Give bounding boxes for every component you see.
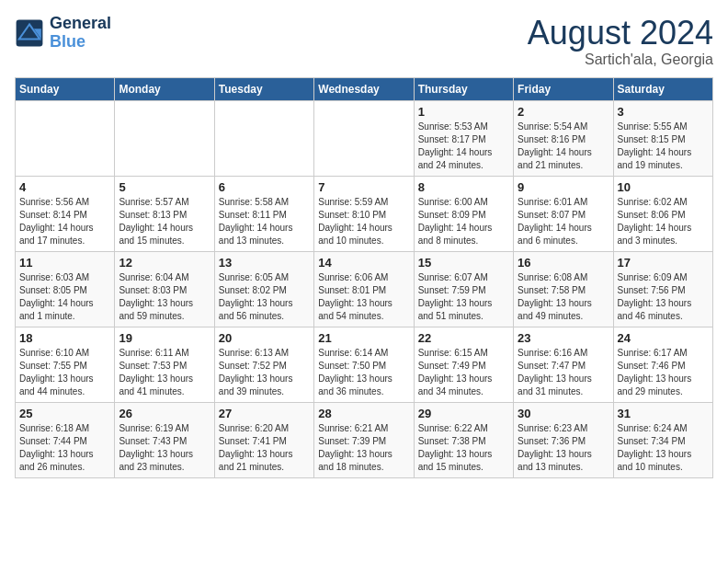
calendar-cell: 3Sunrise: 5:55 AM Sunset: 8:15 PM Daylig…	[613, 100, 712, 176]
day-number: 16	[518, 256, 609, 270]
day-info: Sunrise: 5:54 AM Sunset: 8:16 PM Dayligh…	[518, 121, 609, 172]
weekday-row: SundayMondayTuesdayWednesdayThursdayFrid…	[16, 77, 713, 100]
logo-icon	[15, 18, 44, 48]
day-info: Sunrise: 6:04 AM Sunset: 8:03 PM Dayligh…	[119, 271, 210, 323]
day-number: 6	[219, 180, 310, 194]
day-info: Sunrise: 5:55 AM Sunset: 8:15 PM Dayligh…	[618, 121, 709, 172]
location-subtitle: Sartich'ala, Georgia	[528, 52, 713, 68]
calendar-cell: 13Sunrise: 6:05 AM Sunset: 8:02 PM Dayli…	[214, 251, 313, 327]
calendar-week-5: 25Sunrise: 6:18 AM Sunset: 7:44 PM Dayli…	[16, 402, 713, 477]
day-info: Sunrise: 6:02 AM Sunset: 8:06 PM Dayligh…	[618, 196, 709, 247]
day-number: 9	[518, 180, 609, 194]
day-number: 1	[418, 105, 509, 119]
day-number: 24	[618, 331, 709, 345]
logo: General Blue	[15, 15, 111, 52]
calendar-cell: 4Sunrise: 5:56 AM Sunset: 8:14 PM Daylig…	[16, 176, 115, 251]
weekday-header-monday: Monday	[115, 77, 214, 100]
calendar-cell: 18Sunrise: 6:10 AM Sunset: 7:55 PM Dayli…	[16, 327, 115, 402]
day-info: Sunrise: 6:22 AM Sunset: 7:38 PM Dayligh…	[418, 422, 509, 474]
calendar-cell	[314, 100, 414, 176]
calendar-week-3: 11Sunrise: 6:03 AM Sunset: 8:05 PM Dayli…	[16, 251, 713, 327]
calendar-cell: 2Sunrise: 5:54 AM Sunset: 8:16 PM Daylig…	[514, 100, 613, 176]
day-info: Sunrise: 6:09 AM Sunset: 7:56 PM Dayligh…	[618, 271, 709, 323]
calendar-cell: 26Sunrise: 6:19 AM Sunset: 7:43 PM Dayli…	[115, 402, 214, 477]
day-info: Sunrise: 6:24 AM Sunset: 7:34 PM Dayligh…	[618, 422, 709, 474]
calendar-cell: 12Sunrise: 6:04 AM Sunset: 8:03 PM Dayli…	[115, 251, 214, 327]
day-info: Sunrise: 5:57 AM Sunset: 8:13 PM Dayligh…	[119, 196, 210, 247]
calendar-cell	[16, 100, 115, 176]
calendar-header: SundayMondayTuesdayWednesdayThursdayFrid…	[16, 77, 713, 100]
calendar-cell: 15Sunrise: 6:07 AM Sunset: 7:59 PM Dayli…	[414, 251, 513, 327]
calendar-week-4: 18Sunrise: 6:10 AM Sunset: 7:55 PM Dayli…	[16, 327, 713, 402]
day-number: 13	[219, 256, 310, 270]
calendar-cell: 29Sunrise: 6:22 AM Sunset: 7:38 PM Dayli…	[414, 402, 513, 477]
day-number: 22	[418, 331, 509, 345]
page-header: General Blue August 2024 Sartich'ala, Ge…	[15, 15, 713, 68]
day-number: 21	[318, 331, 409, 345]
calendar-cell: 14Sunrise: 6:06 AM Sunset: 8:01 PM Dayli…	[314, 251, 414, 327]
calendar-cell: 8Sunrise: 6:00 AM Sunset: 8:09 PM Daylig…	[414, 176, 513, 251]
calendar-week-1: 1Sunrise: 5:53 AM Sunset: 8:17 PM Daylig…	[16, 100, 713, 176]
day-number: 15	[418, 256, 509, 270]
calendar-cell: 31Sunrise: 6:24 AM Sunset: 7:34 PM Dayli…	[613, 402, 712, 477]
day-number: 4	[19, 180, 110, 194]
day-info: Sunrise: 6:14 AM Sunset: 7:50 PM Dayligh…	[318, 347, 409, 398]
day-info: Sunrise: 5:59 AM Sunset: 8:10 PM Dayligh…	[318, 196, 409, 247]
day-number: 28	[318, 407, 409, 420]
calendar-cell: 16Sunrise: 6:08 AM Sunset: 7:58 PM Dayli…	[514, 251, 613, 327]
day-number: 5	[119, 180, 210, 194]
day-info: Sunrise: 6:20 AM Sunset: 7:41 PM Dayligh…	[219, 422, 310, 474]
calendar-cell: 7Sunrise: 5:59 AM Sunset: 8:10 PM Daylig…	[314, 176, 414, 251]
day-number: 26	[119, 407, 210, 420]
calendar-cell: 27Sunrise: 6:20 AM Sunset: 7:41 PM Dayli…	[214, 402, 313, 477]
calendar-cell: 6Sunrise: 5:58 AM Sunset: 8:11 PM Daylig…	[214, 176, 313, 251]
day-number: 19	[119, 331, 210, 345]
weekday-header-thursday: Thursday	[414, 77, 513, 100]
calendar-cell: 28Sunrise: 6:21 AM Sunset: 7:39 PM Dayli…	[314, 402, 414, 477]
day-info: Sunrise: 6:18 AM Sunset: 7:44 PM Dayligh…	[19, 422, 110, 474]
day-number: 8	[418, 180, 509, 194]
calendar-body: 1Sunrise: 5:53 AM Sunset: 8:17 PM Daylig…	[16, 100, 713, 477]
day-info: Sunrise: 6:15 AM Sunset: 7:49 PM Dayligh…	[418, 347, 509, 398]
weekday-header-friday: Friday	[514, 77, 613, 100]
calendar-week-2: 4Sunrise: 5:56 AM Sunset: 8:14 PM Daylig…	[16, 176, 713, 251]
calendar-cell	[214, 100, 313, 176]
weekday-header-wednesday: Wednesday	[314, 77, 414, 100]
weekday-header-sunday: Sunday	[16, 77, 115, 100]
day-number: 30	[518, 407, 609, 420]
calendar-cell: 23Sunrise: 6:16 AM Sunset: 7:47 PM Dayli…	[514, 327, 613, 402]
day-number: 3	[618, 105, 709, 119]
day-number: 29	[418, 407, 509, 420]
day-number: 23	[518, 331, 609, 345]
day-number: 10	[618, 180, 709, 194]
calendar-cell: 11Sunrise: 6:03 AM Sunset: 8:05 PM Dayli…	[16, 251, 115, 327]
day-number: 11	[19, 256, 110, 270]
day-info: Sunrise: 6:17 AM Sunset: 7:46 PM Dayligh…	[618, 347, 709, 398]
day-number: 18	[19, 331, 110, 345]
title-block: August 2024 Sartich'ala, Georgia	[528, 15, 713, 68]
day-number: 31	[618, 407, 709, 420]
calendar-cell: 19Sunrise: 6:11 AM Sunset: 7:53 PM Dayli…	[115, 327, 214, 402]
day-info: Sunrise: 6:16 AM Sunset: 7:47 PM Dayligh…	[518, 347, 609, 398]
day-info: Sunrise: 6:19 AM Sunset: 7:43 PM Dayligh…	[119, 422, 210, 474]
day-number: 27	[219, 407, 310, 420]
day-info: Sunrise: 5:56 AM Sunset: 8:14 PM Dayligh…	[19, 196, 110, 247]
logo-line2: Blue	[50, 33, 111, 52]
calendar-cell: 20Sunrise: 6:13 AM Sunset: 7:52 PM Dayli…	[214, 327, 313, 402]
day-info: Sunrise: 6:05 AM Sunset: 8:02 PM Dayligh…	[219, 271, 310, 323]
day-info: Sunrise: 6:03 AM Sunset: 8:05 PM Dayligh…	[19, 271, 110, 323]
calendar-cell: 5Sunrise: 5:57 AM Sunset: 8:13 PM Daylig…	[115, 176, 214, 251]
calendar-table: SundayMondayTuesdayWednesdayThursdayFrid…	[15, 77, 713, 478]
day-info: Sunrise: 6:23 AM Sunset: 7:36 PM Dayligh…	[518, 422, 609, 474]
day-number: 12	[119, 256, 210, 270]
day-info: Sunrise: 6:00 AM Sunset: 8:09 PM Dayligh…	[418, 196, 509, 247]
calendar-cell: 9Sunrise: 6:01 AM Sunset: 8:07 PM Daylig…	[514, 176, 613, 251]
logo-text: General Blue	[50, 15, 111, 52]
day-number: 14	[318, 256, 409, 270]
day-info: Sunrise: 5:53 AM Sunset: 8:17 PM Dayligh…	[418, 121, 509, 172]
logo-line1: General	[50, 15, 111, 33]
day-info: Sunrise: 6:08 AM Sunset: 7:58 PM Dayligh…	[518, 271, 609, 323]
calendar-cell: 30Sunrise: 6:23 AM Sunset: 7:36 PM Dayli…	[514, 402, 613, 477]
day-info: Sunrise: 5:58 AM Sunset: 8:11 PM Dayligh…	[219, 196, 310, 247]
weekday-header-tuesday: Tuesday	[214, 77, 313, 100]
